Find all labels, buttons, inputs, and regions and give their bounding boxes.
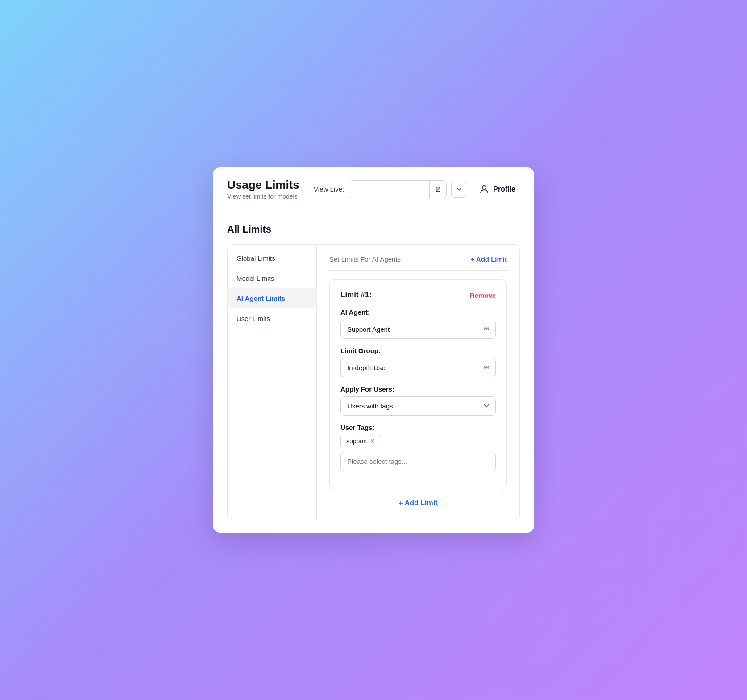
view-live-input-wrapper bbox=[349, 180, 447, 198]
page-subtitle: View set limits for models bbox=[227, 193, 307, 200]
ai-agent-label: AI Agent: bbox=[340, 308, 496, 316]
sidebar-item-user[interactable]: User Limits bbox=[228, 308, 316, 329]
remove-button[interactable]: Remove bbox=[470, 292, 496, 299]
view-live-input[interactable] bbox=[349, 181, 429, 198]
view-live-chevron-button[interactable] bbox=[451, 181, 467, 198]
user-tags-field-group: User Tags: support ✕ bbox=[340, 424, 496, 471]
add-limit-button-top[interactable]: + Add Limit bbox=[470, 255, 507, 263]
tags-input[interactable] bbox=[340, 452, 496, 471]
view-live-group: View Live: bbox=[314, 180, 467, 198]
external-link-icon bbox=[435, 186, 441, 192]
header: Usage Limits View set limits for models … bbox=[213, 167, 534, 211]
footer-add: + Add Limit bbox=[329, 490, 507, 509]
apply-users-field-group: Apply For Users: Users with tags bbox=[340, 385, 496, 416]
view-live-label: View Live: bbox=[314, 185, 344, 193]
profile-label: Profile bbox=[493, 185, 515, 193]
page-title: Usage Limits bbox=[227, 178, 307, 192]
panel-header-title: Set Limits For AI Agents bbox=[329, 255, 401, 263]
profile-icon bbox=[479, 184, 490, 195]
body: All Limits Global Limits Model Limits AI… bbox=[213, 211, 534, 533]
view-live-open-button[interactable] bbox=[429, 181, 446, 198]
tag-remove-button[interactable]: ✕ bbox=[370, 438, 375, 445]
user-tags-label: User Tags: bbox=[340, 424, 496, 431]
content-layout: Global Limits Model Limits AI Agent Limi… bbox=[227, 244, 520, 520]
apply-users-select-wrapper: Users with tags bbox=[340, 396, 496, 416]
limit-group-select-wrapper: In-depth Use bbox=[340, 358, 496, 377]
sidebar-item-model[interactable]: Model Limits bbox=[228, 268, 316, 288]
profile-button[interactable]: Profile bbox=[474, 181, 520, 197]
tags-area: support ✕ bbox=[340, 435, 496, 447]
limit-card: Limit #1: Remove AI Agent: Support Agent bbox=[329, 279, 507, 490]
divider bbox=[329, 270, 507, 271]
limit-group-label: Limit Group: bbox=[340, 347, 496, 354]
limit-card-header: Limit #1: Remove bbox=[340, 291, 496, 300]
section-title: All Limits bbox=[227, 224, 520, 235]
ai-agent-select-wrapper: Support Agent bbox=[340, 320, 496, 339]
main-card: Usage Limits View set limits for models … bbox=[213, 167, 534, 533]
tag-label: support bbox=[346, 438, 367, 445]
ai-agent-select[interactable]: Support Agent bbox=[340, 320, 496, 339]
svg-point-0 bbox=[482, 186, 486, 189]
limit-group-field-group: Limit Group: In-depth Use bbox=[340, 347, 496, 377]
add-limit-button-bottom[interactable]: + Add Limit bbox=[399, 499, 438, 507]
apply-users-select[interactable]: Users with tags bbox=[340, 396, 496, 416]
limit-number: Limit #1: bbox=[340, 291, 372, 300]
title-group: Usage Limits View set limits for models bbox=[227, 178, 307, 200]
ai-agent-field-group: AI Agent: Support Agent bbox=[340, 308, 496, 339]
apply-users-label: Apply For Users: bbox=[340, 385, 496, 393]
limit-group-select[interactable]: In-depth Use bbox=[340, 358, 496, 377]
sidebar-item-global[interactable]: Global Limits bbox=[228, 248, 316, 268]
main-panel: Set Limits For AI Agents + Add Limit Lim… bbox=[317, 245, 519, 520]
panel-header: Set Limits For AI Agents + Add Limit bbox=[329, 255, 507, 263]
tag-chip-support: support ✕ bbox=[340, 435, 381, 447]
chevron-down-icon bbox=[456, 187, 462, 192]
sidebar: Global Limits Model Limits AI Agent Limi… bbox=[228, 245, 317, 520]
sidebar-item-ai-agent[interactable]: AI Agent Limits bbox=[228, 288, 316, 308]
